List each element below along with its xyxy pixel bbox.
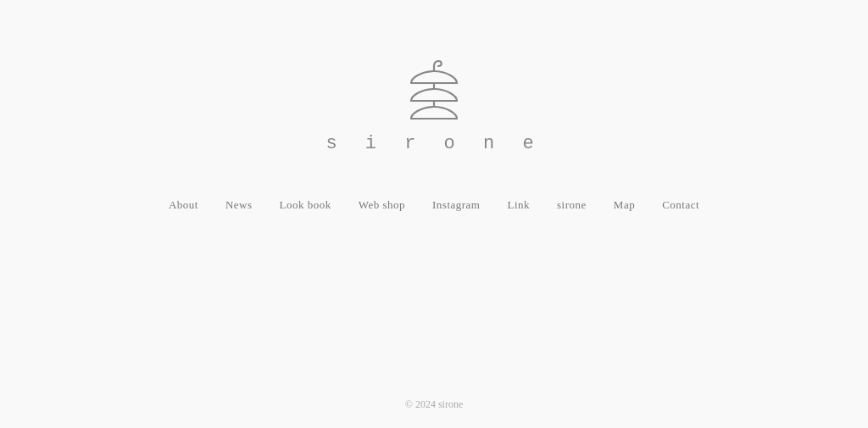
nav-link-sirone[interactable]: sirone (557, 198, 587, 211)
nav-item: News (225, 197, 253, 212)
main-nav: AboutNewsLook bookWeb shopInstagramLinks… (169, 163, 699, 212)
brand-name: s i r o n e (326, 133, 542, 154)
footer-copyright: © 2024 sirone (405, 398, 463, 411)
nav-link-web-shop[interactable]: Web shop (359, 198, 405, 211)
nav-item: Link (507, 197, 530, 212)
nav-item: Contact (662, 197, 699, 212)
nav-item: Web shop (359, 197, 405, 212)
nav-item: Map (614, 197, 635, 212)
nav-link-instagram[interactable]: Instagram (432, 198, 480, 211)
nav-item: Look book (279, 197, 331, 212)
nav-link-link[interactable]: Link (507, 198, 530, 211)
main-content: s i r o n e AboutNewsLook bookWeb shopIn… (169, 59, 699, 212)
nav-item: About (169, 197, 198, 212)
nav-link-about[interactable]: About (169, 198, 198, 211)
nav-link-contact[interactable]: Contact (662, 198, 699, 211)
nav-item: Instagram (432, 197, 480, 212)
nav-item: sirone (557, 197, 587, 212)
nav-link-news[interactable]: News (225, 198, 253, 211)
nav-menu: AboutNewsLook bookWeb shopInstagramLinks… (169, 197, 699, 212)
hanger-icon (404, 59, 464, 123)
nav-link-map[interactable]: Map (614, 198, 635, 211)
nav-link-look-book[interactable]: Look book (279, 198, 331, 211)
logo-container: s i r o n e (326, 59, 542, 154)
